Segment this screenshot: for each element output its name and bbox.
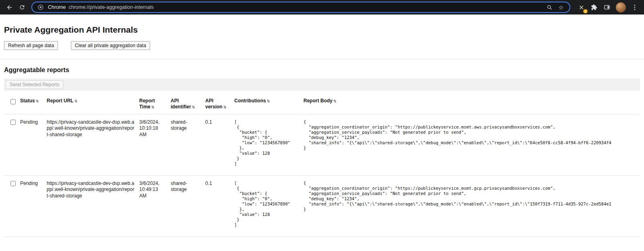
header-row: Status⇅ Report URL⇅ Report Time⇅ API ide…	[4, 96, 640, 114]
cell-status: Pending	[20, 114, 47, 176]
col-status-label: Status	[20, 98, 35, 104]
col-api-version[interactable]: API version⇅	[205, 96, 234, 114]
report-body-json: { "aggregation_coordinator_origin": "htt…	[303, 119, 635, 151]
send-selected-button[interactable]: Send Selected Reports	[6, 80, 63, 89]
extension-badge: 1	[583, 9, 588, 14]
header-checkbox-cell	[4, 96, 20, 114]
cell-api-identifier: shared-storage	[171, 176, 205, 237]
cell-api-version: 0.1	[205, 114, 234, 176]
search-icon[interactable]	[545, 3, 554, 12]
section-title: Aggregatable reports	[4, 66, 640, 74]
cell-report-time: 3/6/2024, 10:49:13 AM	[139, 176, 171, 237]
row-checkbox[interactable]	[10, 181, 16, 186]
report-row: Pending https://privacy-sandcastle-dev-d…	[4, 176, 640, 237]
extensions-puzzle-icon[interactable]	[588, 1, 600, 13]
col-report-url[interactable]: Report URL⇅	[47, 96, 139, 114]
section-divider	[0, 59, 644, 59]
reload-button[interactable]	[16, 1, 28, 13]
back-button[interactable]	[3, 1, 15, 13]
side-panel-icon[interactable]	[601, 1, 613, 13]
contributions-json: [ { "bucket": { "high": "0", "low": "123…	[234, 180, 299, 228]
col-contributions-label: Contributions	[234, 98, 266, 104]
back-arrow-icon	[6, 4, 13, 11]
site-chip-label: Chrome	[48, 4, 66, 10]
cell-report-body: { "aggregation_coordinator_origin": "htt…	[303, 176, 640, 237]
browser-toolbar: Chrome chrome://private-aggregation-inte…	[0, 0, 644, 15]
refresh-all-button[interactable]: Refresh all page data	[4, 41, 58, 50]
clear-all-button[interactable]: Clear all private aggregation data	[71, 41, 150, 50]
row-checkbox[interactable]	[10, 120, 16, 125]
cell-contributions: [ { "bucket": { "high": "0", "low": "123…	[234, 114, 303, 176]
row-checkbox-cell	[4, 114, 20, 176]
cell-status: Pending	[20, 176, 47, 237]
report-row: Pending https://privacy-sandcastle-dev-d…	[4, 114, 640, 176]
sort-icon: ⇅	[333, 99, 336, 103]
col-api-identifier[interactable]: API identifier⇅	[171, 96, 205, 114]
sort-icon: ⇅	[223, 105, 227, 109]
cell-api-version: 0.1	[205, 176, 234, 237]
cell-report-url: https://privacy-sandcastle-dev-dsp.web.a…	[47, 114, 139, 176]
table-toolbar: Send Selected Reports	[4, 79, 640, 91]
contributions-json: [ { "bucket": { "high": "0", "low": "123…	[234, 119, 299, 166]
omnibox[interactable]: Chrome chrome://private-aggregation-inte…	[31, 2, 570, 13]
col-report-time[interactable]: Report Time⇅	[139, 96, 171, 114]
col-report-body-label: Report Body	[303, 98, 332, 104]
col-api-identifier-label: API identifier	[171, 98, 191, 110]
sort-icon: ⇅	[36, 99, 39, 103]
cell-api-identifier: shared-storage	[171, 114, 205, 176]
page-actions: Refresh all page data Clear all private …	[4, 41, 640, 50]
col-api-version-label: API version	[205, 98, 223, 110]
bookmark-star-icon[interactable]: ☆	[557, 3, 566, 12]
menu-kebab-icon[interactable]: ⋮	[629, 1, 641, 13]
col-contributions[interactable]: Contributions⇅	[234, 96, 303, 114]
col-report-url-label: Report URL	[47, 98, 74, 104]
reload-icon	[19, 4, 25, 10]
reports-table: Status⇅ Report URL⇅ Report Time⇅ API ide…	[4, 96, 640, 237]
report-body-json: { "aggregation_coordinator_origin": "htt…	[303, 180, 635, 212]
cell-report-body: { "aggregation_coordinator_origin": "htt…	[303, 114, 640, 176]
select-all-checkbox[interactable]	[10, 99, 16, 104]
page-title: Private Aggregation API Internals	[4, 25, 640, 35]
cell-report-time: 3/6/2024, 10:10:18 AM	[139, 114, 171, 176]
cell-contributions: [ { "bucket": { "high": "0", "low": "123…	[234, 176, 303, 237]
profile-avatar[interactable]	[616, 2, 626, 12]
pinned-extension-icon[interactable]: 1	[575, 1, 587, 13]
sort-icon: ⇅	[192, 105, 195, 109]
cell-report-url: https://privacy-sandcastle-dev-dsp.web.a…	[47, 176, 139, 237]
sort-icon: ⇅	[74, 99, 78, 103]
sort-icon: ⇅	[151, 105, 155, 109]
url-text[interactable]: chrome://private-aggregation-internals	[68, 4, 153, 10]
chrome-logo-icon	[36, 3, 45, 12]
sort-icon: ⇅	[267, 99, 270, 103]
row-checkbox-cell	[4, 176, 20, 237]
col-status[interactable]: Status⇅	[20, 96, 47, 114]
col-report-body[interactable]: Report Body⇅	[303, 96, 640, 114]
